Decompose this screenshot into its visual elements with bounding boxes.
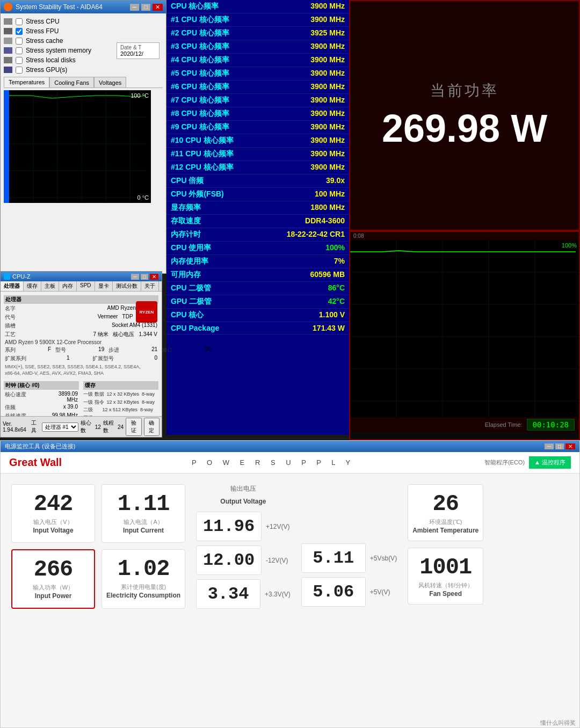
cpuz-tab-gpu[interactable]: 显卡 <box>95 281 113 291</box>
5vsb-value: 5.11 <box>301 543 366 573</box>
ambient-temp-value: 26 <box>412 491 479 517</box>
output-voltage-label-en: Output Voltage <box>196 498 291 505</box>
cpu-info-row: #10 CPU 核心频率3900 MHz <box>166 134 349 148</box>
neg12v-value: 12.00 <box>196 545 262 575</box>
cpuz-tab-bench[interactable]: 测试分数 <box>113 281 141 291</box>
12v-value: 11.96 <box>196 512 262 541</box>
cpu-info-row-value: 100% <box>325 243 345 253</box>
electricity-consumption-label-en: Electricity Consumption <box>106 592 180 599</box>
aida64-titlebar: System Stability Test - AIDA64 ─ □ ✕ <box>1 1 166 13</box>
cpuz-version: Ver. 1.94.8x64 <box>3 421 29 433</box>
stress-cpu-row[interactable]: Stress CPU <box>4 17 163 26</box>
cpu-info-row-value: DDR4-3600 <box>305 216 345 226</box>
scope-100-label: 100% <box>562 242 577 249</box>
date-label: Date & T <box>120 45 156 50</box>
cpuz-row-name: 名字 AMD Ryzen 9 5900X <box>4 304 158 313</box>
cpuz-row-ext: 扩展系列1 扩展型号0 <box>4 354 158 363</box>
cpu-rows: CPU 核心频率3900 MHz#1 CPU 核心频率3900 MHz#2 CP… <box>166 0 349 334</box>
output-voltage-label-cn: 输出电压 <box>196 484 291 493</box>
cpu-info-row-value: 3900 MHz <box>310 82 345 92</box>
psu-header: Great Wall P O W E R S U P P L Y 智能程序(EC… <box>1 452 579 474</box>
stress-gpu-row[interactable]: Stress GPU(s) <box>4 65 163 75</box>
aida64-icon <box>4 3 12 11</box>
tab-cooling-fans[interactable]: Cooling Fans <box>49 77 94 88</box>
cpuz-processor-select[interactable]: 处理器 #1 <box>42 423 78 432</box>
ambient-temp-display: 26 环境温度(℃) Ambient Temperature <box>408 484 483 541</box>
cpu-info-row: CPU Package171.43 W <box>166 322 349 334</box>
cpuz-tab-cache[interactable]: 缓存 <box>24 281 41 291</box>
date-box: Date & T 2020/12/ <box>117 42 160 59</box>
cpu-info-row-label: #7 CPU 核心频率 <box>171 96 229 105</box>
psu-maximize[interactable]: □ <box>555 443 564 449</box>
stress-disk-checkbox[interactable] <box>16 57 23 64</box>
close-button[interactable]: ✕ <box>153 4 163 11</box>
cpu-info-row-value: 3900 MHz <box>310 149 345 159</box>
psu-subtitle: P O W E R S U P P L Y <box>192 458 354 467</box>
maximize-button[interactable]: □ <box>141 4 150 11</box>
cpu-info-row: GPU 二极管42°C <box>166 295 349 309</box>
cpuz-footer: Ver. 1.94.8x64 工具 处理器 #1 核心数 12 线程数 24 验… <box>1 416 162 437</box>
aida64-content: Date & T 2020/12/ Stress CPU 123 Stress … <box>1 13 166 206</box>
cpuz-spec: AMD Ryzen 9 5900X 12-Core Processor <box>4 339 158 346</box>
cache-icon <box>4 38 12 44</box>
stress-fpu-row[interactable]: 123 Stress FPU <box>4 26 163 36</box>
33v-row: 3.34 +3.3V(V) <box>196 579 291 609</box>
scope-panel: 0:08 100% Elapsed Time: 00:10:28 <box>349 231 580 440</box>
cpuz-confirm-btn[interactable]: 确定 <box>144 418 160 436</box>
cpu-info-row-label: #12 CPU 核心频率 <box>171 163 234 172</box>
cpu-info-row-value: 39.0x <box>326 176 345 186</box>
cpuz-cores-label: 核心数 <box>81 419 93 434</box>
cpuz-tab-mainboard[interactable]: 主板 <box>41 281 59 291</box>
scope-svg <box>350 240 579 417</box>
minimize-button[interactable]: ─ <box>130 4 140 11</box>
cpu-info-row-label: CPU 核心频率 <box>171 2 219 11</box>
cpuz-tab-about[interactable]: 关于 <box>141 281 159 291</box>
input-voltage-value: 242 <box>16 491 90 517</box>
psu-output-voltages: 输出电压 Output Voltage 11.96 +12V(V) 12.00 … <box>196 484 291 609</box>
cpuz-tab-processor[interactable]: 处理器 <box>1 281 24 291</box>
stress-cache-checkbox[interactable] <box>16 38 23 45</box>
psu-window: 电源监控工具 (设备已连接) ─ □ ✕ Great Wall P O W E … <box>0 440 580 728</box>
ambient-temp-label-en: Ambient Temperature <box>412 527 479 534</box>
cpuz-row-family: 系列F 型号19 步进21 修订B0 <box>4 346 158 354</box>
stress-fpu-checkbox[interactable] <box>16 28 23 35</box>
cpu-info-row-label: 可用内存 <box>171 270 201 280</box>
stress-disk-label: Stress local disks <box>26 56 76 64</box>
33v-label: +3.3V(V) <box>265 591 291 598</box>
cpu-info-row: 可用内存60596 MB <box>166 268 349 282</box>
5v-row: 5.06 +5V(V) <box>301 577 397 607</box>
cpu-info-row-value: 60596 MB <box>310 270 345 280</box>
cpuz-validate-btn[interactable]: 验证 <box>126 418 141 436</box>
stress-mem-label: Stress system memory <box>26 47 91 54</box>
cpu-info-row: #4 CPU 核心频率3900 MHz <box>166 54 349 67</box>
input-current-value: 1.11 <box>106 491 180 517</box>
cpuz-tab-spd[interactable]: SPD <box>77 281 95 291</box>
cpuz-minimize[interactable]: ─ <box>131 274 139 280</box>
psu-env-readings: 26 环境温度(℃) Ambient Temperature 1001 风机转速… <box>408 484 483 609</box>
tab-voltages[interactable]: Voltages <box>94 77 126 88</box>
input-voltage-label-en: Input Voltage <box>16 527 90 534</box>
tab-temperatures[interactable]: Temperatures <box>4 77 49 88</box>
cpu-info-row: #5 CPU 核心频率3900 MHz <box>166 67 349 81</box>
stress-gpu-checkbox[interactable] <box>16 67 23 74</box>
electricity-consumption-label-cn: 累计使用电量(度) <box>106 583 180 591</box>
cpuz-multiplier: 倍频x 39.0 <box>4 403 79 412</box>
cpu-info-row-label: #8 CPU 核心频率 <box>171 109 229 119</box>
5v-value: 5.06 <box>301 577 366 607</box>
psu-close[interactable]: ✕ <box>566 443 575 449</box>
cpu-info-row-label: #9 CPU 核心频率 <box>171 122 229 132</box>
cpu-info-row: #12 CPU 核心频率3900 MHz <box>166 161 349 174</box>
cpuz-maximize[interactable]: □ <box>141 274 148 280</box>
psu-temp-ctrl-btn[interactable]: ▲ 温控程序 <box>529 456 571 469</box>
cpuz-tab-memory[interactable]: 内存 <box>59 281 77 291</box>
cpu-info-row-value: 3900 MHz <box>310 136 345 145</box>
stress-mem-checkbox[interactable] <box>16 47 23 54</box>
stress-cpu-checkbox[interactable] <box>16 18 23 25</box>
input-current-display: 1.11 输入电流（A） Input Current <box>102 484 185 543</box>
psu-minimize[interactable]: ─ <box>545 443 554 449</box>
elapsed-time: 00:10:28 <box>527 419 575 431</box>
cpu-info-row-label: 内存计时 <box>171 230 201 239</box>
cpuz-close[interactable]: ✕ <box>150 274 158 280</box>
stress-gpu-label: Stress GPU(s) <box>26 66 67 74</box>
input-power-value: 266 <box>17 557 90 583</box>
